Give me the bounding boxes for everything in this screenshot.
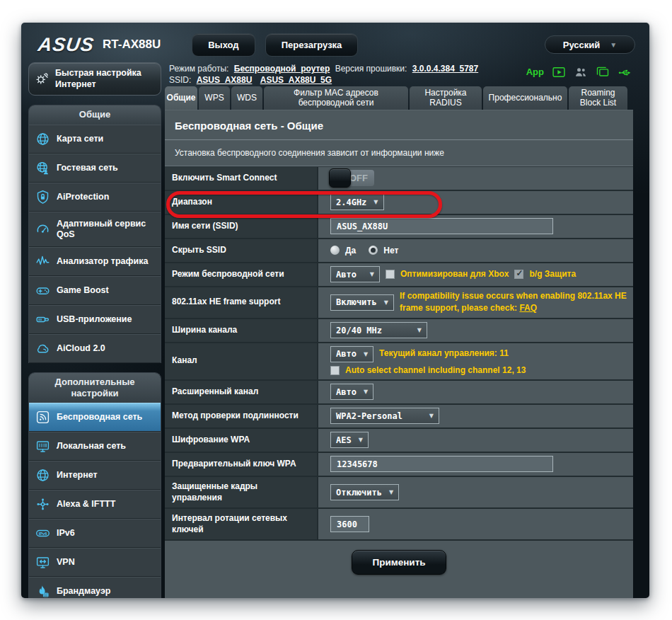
xbox-optimized-label[interactable]: Оптимизирован для Xbox: [400, 268, 509, 280]
wireless-mode-select[interactable]: Авто: [330, 266, 380, 282]
usb-icon[interactable]: [618, 65, 632, 79]
sidebar-item-usb-application[interactable]: USB-приложение: [29, 305, 161, 334]
he-frame-select[interactable]: Включить: [330, 294, 394, 311]
auto-channel-1213-checkbox[interactable]: [330, 366, 340, 375]
sidebar-item-game-boost[interactable]: Game Boost: [29, 276, 161, 305]
sidebar-item-label: Alexa & IFTTT: [57, 499, 115, 510]
wpa-key-input[interactable]: [330, 456, 553, 472]
hide-ssid-yes-radio[interactable]: [330, 246, 340, 255]
sidebar-item-label: Карта сети: [57, 134, 103, 144]
vpn-icon: [35, 555, 50, 570]
auth-method-value: WPA2-Personal: [336, 411, 402, 421]
ext-channel-select[interactable]: Авто: [330, 384, 373, 400]
sidebar-item-label: VPN: [57, 557, 75, 568]
tab-wps[interactable]: WPS: [199, 86, 230, 110]
row-auth-method: Метод проверки подлинности WPA2-Personal: [165, 405, 633, 429]
sidebar-item-vpn[interactable]: VPN: [29, 548, 161, 577]
sidebar-item-aiprotection[interactable]: AiProtection: [29, 183, 161, 212]
row-wireless-mode: Режим беспроводной сети Авто Оптимизиров…: [165, 263, 633, 287]
bg-protection-checkbox[interactable]: [514, 270, 523, 279]
he-frame-note: If compatibility issue occurs when enabl…: [400, 290, 630, 315]
sidebar-item-network-map[interactable]: Карта сети: [29, 125, 161, 154]
sidebar-quick-setup-button[interactable]: Быстрая настройка Интернет: [28, 62, 161, 96]
auth-method-select[interactable]: WPA2-Personal: [330, 408, 439, 424]
sidebar-item-aicloud[interactable]: AiCloud 2.0: [29, 334, 161, 363]
row-pmf: Защищенные кадры управления Отключить: [165, 477, 633, 509]
auto-channel-1213-label[interactable]: Auto select channel including channel 12…: [345, 364, 526, 377]
sidebar-section-title: Общие: [29, 105, 161, 124]
header-icon-group: App: [526, 65, 632, 79]
sidebar-item-ipv6[interactable]: IPv6 IPv6: [29, 519, 161, 548]
sidebar-item-guest-network[interactable]: Гостевая сеть: [29, 154, 161, 183]
pmf-select[interactable]: Отключить: [330, 484, 399, 500]
smart-connect-toggle[interactable]: OFF: [330, 170, 374, 186]
ssid-link-5g[interactable]: ASUS_AX88U_5G: [260, 75, 332, 85]
tab-general[interactable]: Общие: [165, 86, 197, 110]
sidebar-item-label: Анализатор трафика: [57, 256, 148, 267]
sidebar-item-label: Адаптивный сервис QoS: [57, 219, 156, 240]
language-value: Русский: [563, 40, 601, 50]
firmware-link[interactable]: 3.0.0.4.384_5787: [412, 64, 478, 74]
language-select[interactable]: Русский ▼: [545, 35, 635, 54]
band-select[interactable]: 2.4GHz: [330, 194, 384, 210]
hide-ssid-no-radio[interactable]: [369, 246, 378, 255]
lan-icon: [35, 439, 50, 454]
app-label: App: [526, 67, 544, 78]
channel-select[interactable]: Авто: [330, 346, 373, 362]
hide-ssid-yes-label[interactable]: Да: [345, 246, 356, 256]
alexa-ifttt-icon: [35, 497, 50, 512]
gamepad-icon: [35, 283, 50, 298]
logout-button[interactable]: Выход: [192, 33, 255, 57]
row-ssid: Имя сети (SSID): [165, 215, 633, 239]
reboot-button[interactable]: Перезагрузка: [265, 33, 359, 57]
tab-professional[interactable]: Профессионально: [483, 86, 567, 110]
xbox-optimized-checkbox[interactable]: [386, 270, 395, 279]
asus-logo: ASUS: [37, 34, 95, 56]
tab-radius[interactable]: Настройка RADIUS: [410, 86, 482, 110]
field-label: Расширенный канал: [165, 381, 318, 403]
row-hide-ssid: Скрыть SSID Да Нет: [165, 239, 633, 263]
tab-bar: Общие WPS WDS Фильтр MAC адресов беспров…: [165, 86, 633, 110]
sidebar-item-lan[interactable]: Локальная сеть: [29, 432, 161, 461]
play-app-icon[interactable]: [552, 65, 566, 79]
field-label: Интервал ротации сетевых ключей: [165, 509, 318, 539]
wireless-mode-value: Авто: [336, 270, 357, 280]
sidebar-item-firewall[interactable]: Брандмауэр: [29, 577, 161, 598]
sidebar-item-internet[interactable]: Интернет: [29, 461, 161, 490]
shield-lock-icon: [35, 190, 50, 205]
tab-mac-filter[interactable]: Фильтр MAC адресов беспроводной сети: [264, 86, 408, 110]
sidebar-section-title: Дополнительные настройки: [29, 373, 161, 403]
clients-icon[interactable]: [574, 65, 588, 79]
field-label: Предварительный ключ WPA: [165, 453, 318, 476]
toggle-knob: [329, 168, 351, 188]
hide-ssid-no-label[interactable]: Нет: [383, 246, 398, 256]
screens-icon[interactable]: [596, 65, 610, 79]
internet-globe-icon: [35, 468, 50, 483]
current-channel-note: Текущий канал управления: 11: [379, 348, 509, 360]
bg-protection-label[interactable]: b/g Защита: [529, 268, 576, 280]
firewall-icon: [35, 584, 50, 598]
field-label: Защищенные кадры управления: [165, 477, 318, 507]
sidebar-item-adaptive-qos[interactable]: Адаптивный сервис QoS: [29, 212, 161, 247]
channel-width-select[interactable]: 20/40 MHz: [330, 322, 427, 338]
qos-gauge-icon: [35, 222, 50, 236]
key-rotation-input[interactable]: [330, 516, 369, 532]
ssid-input[interactable]: [330, 218, 553, 234]
ssid-link-24g[interactable]: ASUS_AX88U: [197, 75, 253, 85]
field-label: Имя сети (SSID): [165, 215, 318, 238]
sidebar-item-wireless[interactable]: Беспроводная сеть: [29, 403, 161, 432]
guest-network-icon: [35, 161, 50, 176]
cloud-icon: [35, 341, 50, 356]
tab-wds[interactable]: WDS: [231, 86, 262, 110]
mode-link[interactable]: Беспроводной_роутер: [234, 64, 330, 74]
apply-button[interactable]: Применить: [352, 550, 446, 575]
faq-link[interactable]: FAQ: [519, 303, 537, 313]
sidebar-item-label: AiProtection: [57, 192, 109, 202]
sidebar-item-traffic-analyzer[interactable]: Анализатор трафика: [29, 247, 161, 276]
sidebar-item-alexa-ifttt[interactable]: Alexa & IFTTT: [29, 490, 161, 519]
chevron-down-icon: ▼: [610, 41, 617, 49]
tab-roaming-block-list[interactable]: Roaming Block List: [569, 86, 627, 110]
wpa-encryption-select[interactable]: AES: [330, 432, 369, 448]
sidebar-section-advanced: Дополнительные настройки Беспроводная се…: [28, 372, 161, 599]
row-ext-channel: Расширенный канал Авто: [165, 381, 633, 405]
